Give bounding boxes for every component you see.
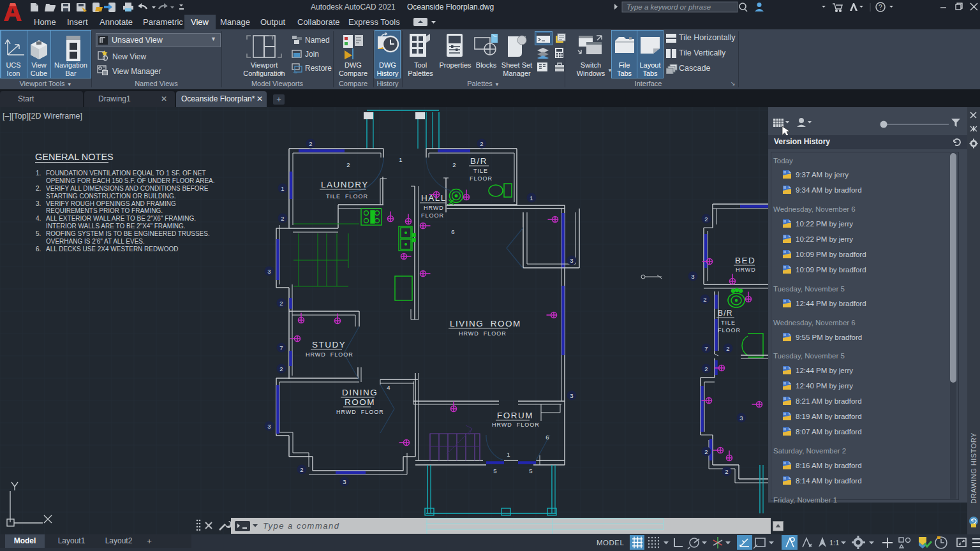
svg-text:FLOOR: FLOOR	[421, 212, 444, 219]
svg-text:TILE FLOOR: TILE FLOOR	[326, 193, 368, 200]
svg-text:LIVING ROOM: LIVING ROOM	[450, 319, 521, 328]
svg-text:LAUNDRY: LAUNDRY	[321, 180, 369, 189]
svg-text:HRWD FLOOR: HRWD FLOOR	[459, 330, 507, 337]
svg-text:4.: 4.	[36, 215, 41, 222]
svg-text:2: 2	[704, 448, 708, 455]
svg-text:2: 2	[281, 215, 284, 222]
svg-text:Type a keyword or phrase: Type a keyword or phrase	[627, 3, 711, 11]
svg-text:7: 7	[279, 344, 283, 351]
svg-text:HRWD FLOOR: HRWD FLOOR	[306, 351, 353, 358]
svg-text:Oceanside Floorplan.dwg: Oceanside Floorplan.dwg	[407, 3, 494, 11]
svg-text:DINING: DINING	[342, 388, 378, 397]
svg-text:VERIFY ALL DIMENSIONS AND COND: VERIFY ALL DIMENSIONS AND CONDITIONS BEF…	[46, 185, 209, 192]
svg-text:2: 2	[726, 345, 729, 352]
svg-text:2: 2	[703, 296, 706, 303]
svg-text:B/R: B/R	[718, 309, 733, 318]
svg-text:REQUIREMENTS PRIOR TO FRAMING.: REQUIREMENTS PRIOR TO FRAMING.	[46, 207, 163, 214]
svg-text:HRWD: HRWD	[424, 205, 444, 211]
svg-text:B/R: B/R	[470, 156, 487, 166]
svg-text:FLOOR: FLOOR	[718, 327, 741, 334]
svg-text:HRWD: HRWD	[736, 267, 756, 273]
svg-text:1: 1	[399, 156, 402, 163]
svg-text:7: 7	[704, 345, 708, 352]
svg-text:6: 6	[451, 228, 454, 235]
svg-text:1:1: 1:1	[829, 539, 839, 547]
svg-text:3: 3	[570, 257, 573, 264]
svg-text:1: 1	[281, 185, 284, 192]
svg-text:INTERIOR WALLS ARE TO BE 2"X4": INTERIOR WALLS ARE TO BE 2"X4" FRAMING.	[46, 223, 186, 230]
svg-text:3: 3	[570, 392, 573, 399]
svg-text:5.: 5.	[36, 230, 41, 237]
svg-text:VERIFY ROUGH OPENINGS AND FRAM: VERIFY ROUGH OPENINGS AND FRAMING	[46, 200, 176, 207]
svg-text:3.: 3.	[36, 200, 41, 207]
svg-text:Type a command: Type a command	[263, 521, 339, 531]
svg-text:2: 2	[480, 140, 483, 147]
svg-text:1.: 1.	[36, 170, 41, 177]
svg-text:3: 3	[267, 268, 271, 275]
svg-text:2: 2	[279, 365, 283, 372]
svg-text:FLOOR: FLOOR	[470, 175, 493, 182]
svg-text:3: 3	[691, 273, 694, 280]
svg-text:[–][Top][2D Wireframe]: [–][Top][2D Wireframe]	[3, 112, 82, 121]
svg-text:BED: BED	[735, 256, 755, 265]
svg-text:TILE: TILE	[721, 320, 736, 326]
svg-text:Autodesk AutoCAD 2021: Autodesk AutoCAD 2021	[311, 3, 396, 11]
svg-text:ROOFING SYSTEM IS TO BE ENGINE: ROOFING SYSTEM IS TO BE ENGINEERED TRUSS…	[46, 230, 210, 237]
svg-text:6: 6	[546, 434, 549, 441]
svg-text:2: 2	[346, 161, 350, 168]
svg-text:TILE: TILE	[473, 168, 488, 174]
svg-text:2.: 2.	[36, 185, 41, 192]
svg-text:3: 3	[267, 423, 271, 430]
svg-text:OPENING FOR EACH 150 S.F. OF U: OPENING FOR EACH 150 S.F. OF UNDER FLOOR…	[46, 177, 215, 184]
svg-text:5: 5	[529, 467, 532, 474]
svg-text:ROOM: ROOM	[345, 397, 375, 407]
svg-text:2: 2	[704, 216, 708, 223]
svg-text:1: 1	[530, 195, 533, 202]
svg-text:ALL DECKS USE 2X4 WESTERN REDW: ALL DECKS USE 2X4 WESTERN REDWOOD	[46, 246, 178, 253]
svg-text:OVERHANG IS 2'6" AT ALL EVES.: OVERHANG IS 2'6" AT ALL EVES.	[46, 238, 145, 245]
svg-text:?: ?	[879, 4, 882, 11]
svg-text:2: 2	[279, 300, 283, 307]
svg-text:HRWD FLOOR: HRWD FLOOR	[336, 409, 384, 415]
svg-text:2: 2	[309, 140, 312, 147]
svg-text:STARTING CONSTRUCTION OR BUILD: STARTING CONSTRUCTION OR BUILDING.	[46, 193, 176, 200]
svg-text:6.: 6.	[36, 246, 41, 253]
svg-text:FOUNDATION VENTILATION EQUAL T: FOUNDATION VENTILATION EQUAL TO 1 SF. OF…	[46, 170, 206, 177]
svg-text:2: 2	[300, 466, 303, 473]
svg-text:1: 1	[507, 451, 510, 458]
svg-text:FORUM: FORUM	[497, 411, 533, 420]
svg-text:ALL EXTERIOR WALL ARE TO BE 2": ALL EXTERIOR WALL ARE TO BE 2"X6" FRAMIN…	[46, 215, 196, 222]
svg-text:DRAWING HISTORY: DRAWING HISTORY	[970, 432, 977, 504]
svg-text:3: 3	[343, 478, 346, 485]
svg-text:4: 4	[387, 384, 390, 391]
svg-text:2: 2	[725, 468, 728, 475]
svg-text:2: 2	[704, 365, 708, 372]
svg-text:GENERAL NOTES: GENERAL NOTES	[35, 152, 114, 162]
svg-text:HRWD FLOOR: HRWD FLOOR	[492, 422, 540, 428]
svg-text:STUDY: STUDY	[312, 340, 346, 349]
svg-text:3: 3	[739, 415, 743, 422]
svg-text:2: 2	[452, 161, 456, 168]
svg-text:5: 5	[493, 467, 496, 474]
